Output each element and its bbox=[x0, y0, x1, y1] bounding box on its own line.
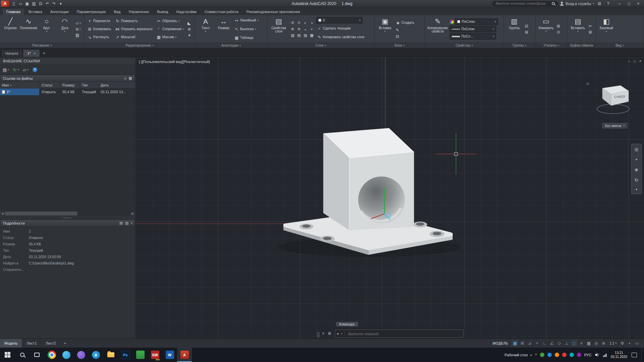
workspace-switching-button[interactable]: ⚙ bbox=[619, 340, 626, 347]
recent-commands-icon[interactable]: ▸ bbox=[335, 331, 341, 336]
move-button[interactable]: +Перенести bbox=[87, 17, 112, 25]
layer-dropdown[interactable]: 0▾ bbox=[316, 17, 363, 23]
tab-featured-apps[interactable]: Рекомендованные приложения bbox=[243, 9, 304, 15]
layer-tool-icon[interactable]: ◐ bbox=[304, 21, 307, 25]
layer-tool-icon[interactable]: ◓ bbox=[311, 27, 313, 31]
cut-button[interactable]: ✂ bbox=[588, 23, 593, 29]
isodraft-toggle[interactable]: ◇ bbox=[556, 340, 563, 347]
rectangle-button[interactable]: ▭▾ bbox=[74, 20, 82, 26]
language-indicator[interactable]: РУС bbox=[584, 353, 592, 357]
plot-button[interactable]: ⊟ bbox=[37, 1, 44, 7]
layer-tool-icon[interactable]: ▧ bbox=[291, 33, 294, 38]
polyline-button[interactable]: ∿Полилиния bbox=[20, 16, 37, 42]
layer-properties-button[interactable]: ▤Свойства слоя bbox=[269, 16, 288, 42]
fillet-button[interactable]: ◜Сопряжение▾ bbox=[156, 25, 185, 33]
layer-tool-icon[interactable]: ◑ bbox=[311, 21, 313, 25]
xref-table-row[interactable]: 1* Открыта 55,4 КБ Текущий 03.11.2020 13… bbox=[0, 88, 135, 95]
viewcube[interactable]: СНИЗУ bbox=[594, 79, 635, 117]
make-current-button[interactable]: ✓Сделать текущим bbox=[316, 24, 365, 32]
steering-wheel-icon[interactable]: ◎ bbox=[632, 147, 641, 152]
new-layout-button[interactable]: + bbox=[61, 339, 70, 348]
column-name[interactable]: Имя▴ bbox=[0, 82, 40, 88]
start-button[interactable] bbox=[0, 348, 15, 362]
dynamic-input-toggle[interactable]: + bbox=[534, 340, 541, 347]
panel-title-properties[interactable]: Свойства▾ bbox=[425, 43, 503, 48]
show-desktop-button[interactable] bbox=[641, 348, 643, 362]
tab-layout1[interactable]: Лист1 bbox=[22, 339, 41, 348]
scrollbar-thumb[interactable] bbox=[5, 212, 77, 216]
tray-icon-3[interactable] bbox=[555, 353, 559, 357]
linear-dim-button[interactable]: ↦Линейный▾ bbox=[233, 16, 260, 24]
column-type[interactable]: Тип bbox=[80, 82, 99, 88]
xref-list-area[interactable] bbox=[0, 95, 135, 211]
create-block-button[interactable]: ◈Создать bbox=[395, 19, 415, 26]
navbar-more-icon[interactable]: ▾ bbox=[632, 188, 641, 191]
chevron-down-icon[interactable]: ▾ bbox=[341, 331, 345, 336]
minimize-button[interactable]: – bbox=[615, 0, 624, 7]
pan-icon[interactable]: + bbox=[632, 157, 641, 162]
taskbar-clock[interactable]: 13:21 03.11.2020 bbox=[611, 351, 627, 359]
group-edit-button[interactable]: ⊞ bbox=[524, 29, 529, 35]
drawing-viewport[interactable]: [-][Пользовательский вид][Реалистичный] … bbox=[136, 57, 644, 339]
layer-tool-icon[interactable]: ▤ bbox=[297, 33, 301, 38]
hatch-button[interactable]: ▨ bbox=[74, 33, 82, 38]
desktop-toolbar[interactable]: Рабочий стол» bbox=[504, 353, 532, 357]
qat-customize-button[interactable]: ▾ bbox=[57, 1, 64, 7]
isolate-objects-button[interactable]: ◐ bbox=[626, 340, 633, 347]
base-view-button[interactable]: ◧Базовый▾ bbox=[598, 16, 615, 42]
help-search-box[interactable] bbox=[492, 1, 558, 6]
panel-title-view[interactable]: Вид▾ bbox=[596, 43, 644, 48]
grid-toggle[interactable]: ▦ bbox=[512, 340, 519, 347]
commandline-close-button[interactable]: × bbox=[322, 331, 324, 336]
tab-collaborate[interactable]: Совместная работа bbox=[201, 9, 242, 15]
snap-toggle[interactable]: ⊞ bbox=[519, 340, 526, 347]
tab-insert[interactable]: Вставка bbox=[25, 9, 46, 15]
column-status[interactable]: Статус bbox=[40, 82, 60, 88]
redo-button[interactable]: ↷ bbox=[51, 1, 57, 7]
viewcube-home-icon[interactable]: ⌂ bbox=[586, 81, 589, 86]
scale-button[interactable]: ↗Масштаб bbox=[114, 33, 154, 41]
action-center-button[interactable] bbox=[632, 353, 637, 357]
app-menu-button[interactable]: A bbox=[1, 1, 9, 7]
panel-title-utilities[interactable]: Утилиты▾ bbox=[536, 43, 567, 48]
new-file-button[interactable]: ▯ bbox=[10, 1, 17, 7]
scroll-right-arrow[interactable]: ▸ bbox=[130, 212, 135, 215]
taskbar-telegram[interactable] bbox=[59, 348, 74, 362]
tab-view[interactable]: Вид bbox=[110, 9, 124, 15]
refresh-button[interactable]: ↻▾ bbox=[13, 67, 19, 72]
column-size[interactable]: Размер bbox=[60, 82, 80, 88]
command-line[interactable]: ▸ ▾ bbox=[335, 329, 464, 338]
viewport-restore-button[interactable]: □ bbox=[634, 59, 636, 63]
viewport-controls[interactable]: [-][Пользовательский вид][Реалистичный] bbox=[139, 60, 210, 64]
group-button[interactable]: ▥Группа bbox=[506, 16, 523, 42]
help-button[interactable]: ? bbox=[605, 1, 611, 7]
search-input[interactable] bbox=[495, 2, 550, 5]
layer-tool-icon[interactable]: ◒ bbox=[304, 27, 307, 31]
taskbar-chrome[interactable] bbox=[44, 348, 59, 362]
palette-splitter[interactable]: ••••• bbox=[0, 216, 135, 220]
panel-title-clipboard[interactable]: Буфер обмена bbox=[568, 43, 596, 48]
infer-constraints-toggle[interactable]: ⊿ bbox=[526, 340, 533, 347]
layer-tool-icon[interactable]: ▨ bbox=[304, 33, 307, 38]
text-button[interactable]: AТекст▾ bbox=[197, 16, 214, 42]
panel-title-block[interactable]: Блок▾ bbox=[375, 43, 425, 48]
scrollbar-track[interactable] bbox=[5, 211, 130, 216]
close-tab-icon[interactable]: × bbox=[34, 51, 36, 55]
layer-tool-icon[interactable]: ⊘ bbox=[291, 20, 294, 25]
app-store-button[interactable]: ⊞ bbox=[596, 1, 603, 7]
arc-button[interactable]: ◠Дуга▾ bbox=[56, 16, 73, 42]
quick-calc-button[interactable]: ⊞ bbox=[556, 23, 561, 29]
open-file-button[interactable]: ▱ bbox=[17, 1, 24, 7]
save-button[interactable]: ▣ bbox=[24, 1, 31, 7]
panel-title-annotation[interactable]: Аннотации▾ bbox=[195, 43, 267, 48]
tray-icon-6[interactable] bbox=[577, 353, 581, 357]
tab-parametric[interactable]: Параметризация bbox=[73, 9, 109, 15]
tray-icon-5[interactable] bbox=[570, 353, 574, 357]
taskbar-green-app[interactable] bbox=[133, 348, 148, 362]
block-attributes-button[interactable]: ⊟ bbox=[395, 34, 415, 39]
circle-button[interactable]: ○Круг▾ bbox=[38, 16, 55, 42]
volume-icon[interactable] bbox=[595, 353, 600, 357]
ellipse-button[interactable]: ⊜▾ bbox=[74, 26, 82, 32]
annotation-scale-button[interactable]: 1:1▾ bbox=[607, 341, 619, 345]
copy-clip-button[interactable]: ⊞ bbox=[588, 29, 593, 35]
